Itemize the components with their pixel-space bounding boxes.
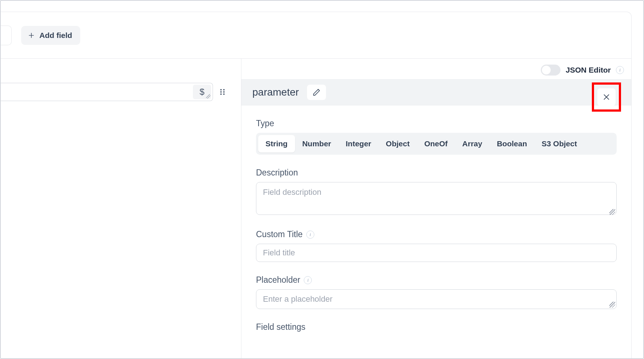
type-option-integer[interactable]: Integer	[338, 135, 379, 153]
variable-badge[interactable]: $	[193, 85, 211, 99]
custom-title-label: Custom Title i	[256, 229, 617, 239]
type-option-array[interactable]: Array	[455, 135, 490, 153]
header-bar: Add field	[1, 12, 631, 59]
field-settings-label: Field settings	[256, 322, 617, 332]
field-editor-column: JSON Editor i parameter Type	[241, 59, 631, 358]
close-icon	[602, 93, 610, 101]
fields-list-column: $	[1, 59, 241, 358]
description-label: Description	[256, 168, 617, 178]
placeholder-label: Placeholder i	[256, 275, 617, 285]
type-option-s3object[interactable]: S3 Object	[534, 135, 584, 153]
parameter-name: parameter	[252, 86, 299, 98]
plus-icon	[28, 32, 35, 39]
type-label: Type	[256, 119, 617, 128]
svg-point-7	[223, 93, 225, 95]
type-option-oneof[interactable]: OneOf	[417, 135, 455, 153]
info-icon[interactable]: i	[306, 231, 314, 239]
placeholder-input[interactable]	[256, 289, 617, 309]
info-icon[interactable]: i	[616, 66, 624, 74]
toggle-knob	[542, 66, 551, 74]
type-segmented-control: String Number Integer Object OneOf Array…	[256, 133, 617, 155]
edit-name-button[interactable]	[307, 85, 326, 100]
close-button[interactable]	[597, 88, 616, 106]
svg-point-3	[220, 91, 222, 93]
type-option-object[interactable]: Object	[379, 135, 417, 153]
left-stub	[1, 26, 12, 45]
json-editor-toggle[interactable]	[541, 65, 560, 76]
drag-handle-icon[interactable]	[220, 88, 227, 96]
close-highlight	[592, 82, 621, 112]
type-option-boolean[interactable]: Boolean	[489, 135, 534, 153]
field-row[interactable]: $	[1, 83, 213, 101]
svg-point-5	[223, 89, 225, 90]
svg-point-6	[223, 91, 225, 93]
add-field-label: Add field	[39, 31, 72, 40]
pencil-icon	[313, 88, 321, 96]
description-input[interactable]	[256, 182, 617, 215]
parameter-header: parameter	[241, 79, 631, 105]
svg-point-4	[220, 93, 222, 95]
type-option-number[interactable]: Number	[295, 135, 338, 153]
type-option-string[interactable]: String	[258, 135, 295, 153]
info-icon[interactable]: i	[304, 276, 312, 284]
custom-title-input[interactable]	[256, 244, 617, 262]
json-editor-label: JSON Editor	[566, 66, 611, 74]
svg-point-2	[220, 89, 222, 90]
add-field-button[interactable]: Add field	[21, 26, 80, 45]
